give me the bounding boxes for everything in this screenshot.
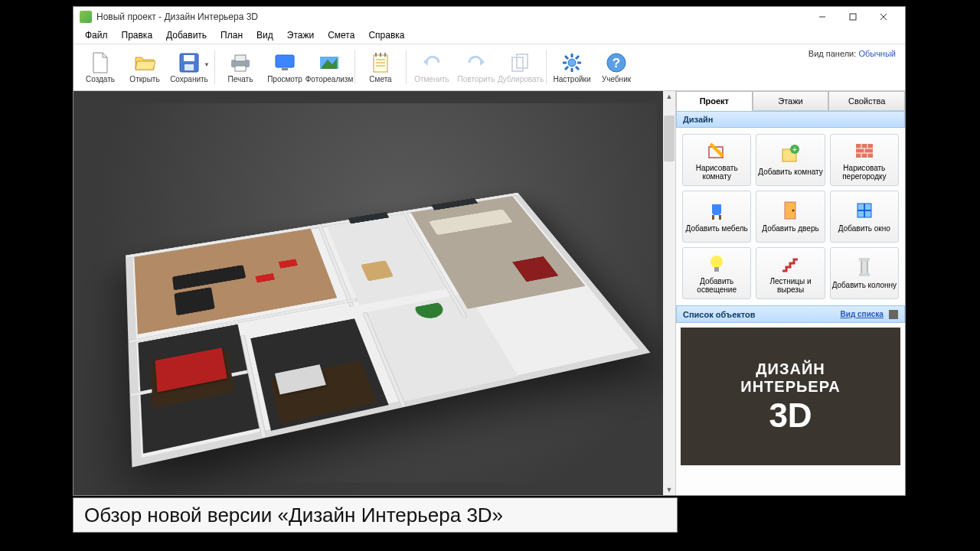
undo-button[interactable]: Отменить <box>410 46 454 89</box>
svg-line-30 <box>565 56 568 59</box>
main-area: ▲ ▼ Проект Этажи Свойства Дизайн Нарисов… <box>74 91 905 495</box>
chair-icon <box>706 200 727 221</box>
save-icon <box>178 52 200 73</box>
objects-section-header: Список объектов Вид списка <box>676 305 905 323</box>
stairs-button[interactable]: Лестницы и вырезы <box>756 247 825 299</box>
new-file-icon <box>90 52 111 73</box>
titlebar: Новый проект - Дизайн Интерьера 3D <box>74 7 905 27</box>
menu-add[interactable]: Добавить <box>159 28 214 43</box>
draw-partition-button[interactable]: Нарисовать перегородку <box>830 134 899 186</box>
add-room-icon: + <box>779 143 801 165</box>
add-door-label: Добавить дверь <box>762 224 818 233</box>
3d-scene <box>92 103 658 483</box>
add-light-label: Добавить освещение <box>683 277 750 295</box>
photoreal-label: Фотореализм <box>305 75 354 83</box>
column-icon <box>854 256 875 278</box>
duplicate-button[interactable]: Дублировать <box>498 46 543 89</box>
svg-rect-6 <box>185 64 194 70</box>
svg-rect-18 <box>375 53 377 57</box>
svg-rect-58 <box>861 259 867 275</box>
add-column-label: Добавить колонну <box>832 281 897 290</box>
panel-type-label: Вид панели: <box>808 49 856 58</box>
stairs-label: Лестницы и вырезы <box>756 277 824 295</box>
save-dropdown-icon[interactable]: ▼ <box>204 61 210 68</box>
add-door-button[interactable]: Добавить дверь <box>756 191 825 243</box>
menu-estimate[interactable]: Смета <box>321 28 361 43</box>
app-window: Новый проект - Дизайн Интерьера 3D Файл … <box>73 6 906 496</box>
close-button[interactable] <box>868 7 899 27</box>
estimate-button[interactable]: Смета <box>358 46 403 89</box>
caption-text: Обзор новой версии «Дизайн Интерьера 3D» <box>84 504 503 527</box>
settings-button[interactable]: Настройки <box>550 46 594 89</box>
svg-rect-9 <box>235 66 246 71</box>
svg-text:?: ? <box>612 56 620 70</box>
svg-text:+: + <box>793 145 798 154</box>
settings-label: Настройки <box>553 75 590 83</box>
panel-type-value[interactable]: Обычный <box>858 49 896 58</box>
window-icon <box>854 200 875 221</box>
menu-plan[interactable]: План <box>214 28 250 43</box>
undo-label: Отменить <box>414 75 449 83</box>
add-window-button[interactable]: Добавить окно <box>830 191 899 243</box>
objects-header-label: Список объектов <box>683 310 755 319</box>
help-icon: ? <box>606 52 627 73</box>
create-button[interactable]: Создать <box>78 46 122 89</box>
save-button[interactable]: Сохранить ▼ <box>167 46 211 89</box>
list-view-icon[interactable] <box>889 310 898 319</box>
svg-rect-49 <box>712 215 714 220</box>
scroll-thumb[interactable] <box>664 116 675 161</box>
menubar: Файл Правка Добавить План Вид Этажи Смет… <box>74 27 905 44</box>
photoreal-button[interactable]: Фотореализм <box>307 46 351 89</box>
tab-floors[interactable]: Этажи <box>753 91 829 111</box>
minimize-button[interactable] <box>807 7 838 27</box>
menu-file[interactable]: Файл <box>78 28 115 43</box>
scroll-up-icon[interactable]: ▲ <box>665 91 675 102</box>
pencil-room-icon <box>706 139 727 161</box>
svg-rect-1 <box>850 14 856 20</box>
estimate-label: Смета <box>369 75 391 83</box>
maximize-button[interactable] <box>838 7 868 27</box>
logo-line3: 3D <box>769 399 812 432</box>
menu-floors[interactable]: Этажи <box>280 28 321 43</box>
side-tabs: Проект Этажи Свойства <box>676 91 905 111</box>
3d-viewport[interactable]: ▲ ▼ <box>74 91 675 495</box>
add-light-button[interactable]: Добавить освещение <box>682 247 751 299</box>
add-window-label: Добавить окно <box>838 224 890 233</box>
svg-rect-59 <box>859 258 870 261</box>
tutorial-button[interactable]: ? Учебник <box>594 46 639 89</box>
panel-type-selector[interactable]: Вид панели: Обычный <box>808 49 896 58</box>
preview-button[interactable]: Просмотр <box>263 46 307 89</box>
add-room-button[interactable]: + Добавить комнату <box>756 134 825 186</box>
menu-help[interactable]: Справка <box>361 28 411 43</box>
scroll-down-icon[interactable]: ▼ <box>665 484 675 495</box>
printer-icon <box>230 52 251 73</box>
svg-rect-10 <box>276 55 294 67</box>
app-icon <box>80 11 92 23</box>
svg-rect-14 <box>374 55 387 72</box>
tab-project[interactable]: Проект <box>676 91 753 111</box>
svg-point-52 <box>792 210 795 212</box>
print-label: Печать <box>228 75 253 83</box>
viewport-scrollbar[interactable]: ▲ ▼ <box>663 91 675 495</box>
svg-line-32 <box>576 56 579 59</box>
logo-line2: ИНТЕРЬЕРА <box>740 378 840 396</box>
add-column-button[interactable]: Добавить колонну <box>830 247 899 299</box>
svg-rect-19 <box>380 53 381 57</box>
svg-line-33 <box>565 67 568 70</box>
tab-properties[interactable]: Свойства <box>828 91 905 111</box>
print-button[interactable]: Печать <box>218 46 263 89</box>
svg-rect-8 <box>235 55 246 61</box>
brick-wall-icon <box>854 139 875 161</box>
menu-edit[interactable]: Правка <box>115 28 160 43</box>
menu-view[interactable]: Вид <box>250 28 280 43</box>
svg-marker-21 <box>423 58 428 66</box>
duplicate-icon <box>510 52 531 73</box>
svg-rect-5 <box>184 55 194 61</box>
redo-button[interactable]: Повторить <box>454 46 498 89</box>
draw-room-button[interactable]: Нарисовать комнату <box>682 134 751 186</box>
open-button[interactable]: Открыть <box>122 46 167 89</box>
list-view-link[interactable]: Вид списка <box>841 310 884 318</box>
svg-rect-11 <box>282 68 288 70</box>
add-furniture-button[interactable]: Добавить мебель <box>682 191 751 243</box>
svg-rect-57 <box>714 267 719 272</box>
